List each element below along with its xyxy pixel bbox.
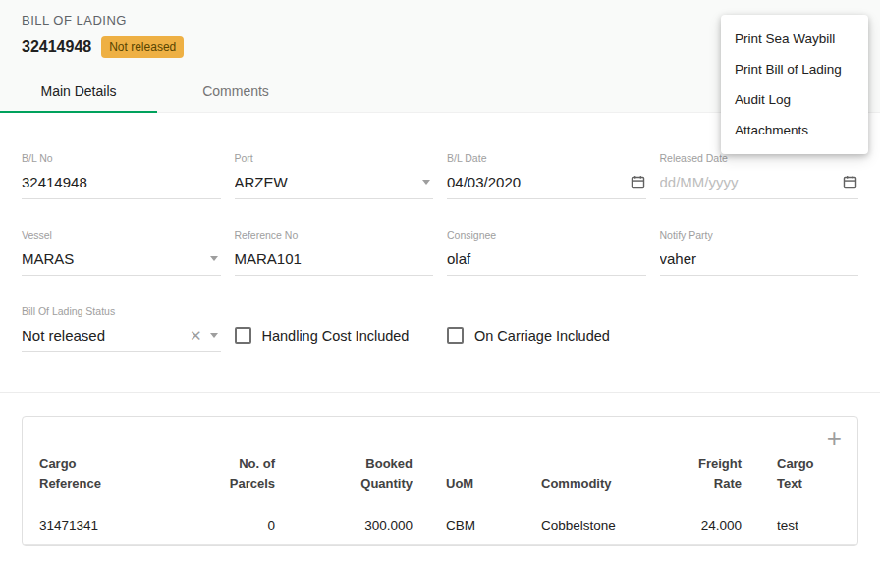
add-cargo-button[interactable]: + <box>827 425 842 451</box>
menu-item-print-bill-of-lading[interactable]: Print Bill of Lading <box>721 54 868 84</box>
calendar-icon[interactable] <box>842 174 858 190</box>
bl-date-label: B/L Date <box>447 152 646 164</box>
col-cargo-reference: Cargo Reference <box>23 451 204 508</box>
tab-comments[interactable]: Comments <box>157 69 314 112</box>
on-carriage-checkbox[interactable]: On Carriage Included <box>447 327 646 352</box>
col-uom: UoM <box>420 451 514 508</box>
col-freight-rate: Freight Rate <box>661 451 749 508</box>
port-select[interactable] <box>235 169 423 198</box>
cargo-table-toolbar: + <box>23 417 857 451</box>
field-consignee: Consignee <box>447 229 646 276</box>
vessel-label: Vessel <box>22 229 221 241</box>
menu-item-print-sea-waybill[interactable]: Print Sea Waybill <box>721 24 868 54</box>
field-bl-status: Bill Of Lading Status ✕ <box>22 305 221 352</box>
bl-number: 32414948 <box>22 38 91 56</box>
handling-cost-label: Handling Cost Included <box>262 328 410 344</box>
clear-icon[interactable]: ✕ <box>190 328 202 343</box>
field-port: Port <box>235 152 434 199</box>
bill-of-lading-page: BILL OF LADING 32414948 Not released Mai… <box>0 0 880 588</box>
checkbox-icon[interactable] <box>447 327 464 344</box>
released-date-input[interactable] <box>660 169 843 198</box>
cell-cargo-text[interactable]: test <box>749 508 857 545</box>
consignee-label: Consignee <box>447 229 646 241</box>
checkbox-icon[interactable] <box>235 327 251 344</box>
cell-cargo-reference[interactable]: 31471341 <box>23 508 204 545</box>
cell-no-of-parcels[interactable]: 0 <box>204 508 283 545</box>
actions-menu: Print Sea Waybill Print Bill of Lading A… <box>721 15 868 154</box>
col-booked-quantity: Booked Quantity <box>283 451 420 508</box>
main-details-form: B/L No Port B/L Date <box>0 152 880 352</box>
chevron-down-icon[interactable] <box>210 256 218 261</box>
menu-item-audit-log[interactable]: Audit Log <box>721 84 868 115</box>
table-row[interactable]: 31471341 0 300.000 CBM Cobbelstone 24.00… <box>23 508 857 545</box>
cargo-table-card: + Cargo Reference No. of Parcels Booked … <box>22 416 858 546</box>
col-cargo-text: Cargo Text <box>749 451 857 508</box>
handling-cost-checkbox[interactable]: Handling Cost Included <box>235 327 434 352</box>
calendar-icon[interactable] <box>630 174 646 190</box>
vessel-select[interactable] <box>22 245 210 275</box>
consignee-input[interactable] <box>447 245 646 275</box>
field-bl-no: B/L No <box>22 152 221 199</box>
reference-no-label: Reference No <box>235 229 434 241</box>
chevron-down-icon[interactable] <box>210 333 218 338</box>
cell-freight-rate[interactable]: 24.000 <box>661 508 749 545</box>
col-no-of-parcels: No. of Parcels <box>204 451 283 508</box>
notify-party-label: Notify Party <box>660 229 859 241</box>
field-notify-party: Notify Party <box>660 229 859 276</box>
notify-party-input[interactable] <box>660 245 859 275</box>
on-carriage-label: On Carriage Included <box>474 328 610 344</box>
cell-commodity[interactable]: Cobbelstone <box>514 508 661 545</box>
menu-item-attachments[interactable]: Attachments <box>721 115 868 145</box>
field-vessel: Vessel <box>22 229 221 276</box>
bl-no-label: B/L No <box>22 152 221 164</box>
chevron-down-icon[interactable] <box>422 180 430 185</box>
cargo-table-header-row: Cargo Reference No. of Parcels Booked Qu… <box>23 451 857 508</box>
tab-main-details[interactable]: Main Details <box>0 69 157 112</box>
bl-no-input[interactable] <box>22 169 221 198</box>
bl-date-input[interactable] <box>447 169 630 198</box>
cell-uom[interactable]: CBM <box>420 508 514 545</box>
col-commodity: Commodity <box>514 451 661 508</box>
status-badge: Not released <box>101 36 184 58</box>
cargo-table: Cargo Reference No. of Parcels Booked Qu… <box>23 451 857 545</box>
bl-status-label: Bill Of Lading Status <box>22 305 221 317</box>
field-reference-no: Reference No <box>235 229 434 276</box>
section-divider <box>0 392 880 393</box>
field-bl-date: B/L Date <box>447 152 646 199</box>
port-label: Port <box>235 152 434 164</box>
bl-status-select[interactable] <box>22 322 190 351</box>
cell-booked-quantity[interactable]: 300.000 <box>283 508 420 545</box>
reference-no-input[interactable] <box>235 245 434 275</box>
field-released-date: Released Date <box>660 152 859 199</box>
